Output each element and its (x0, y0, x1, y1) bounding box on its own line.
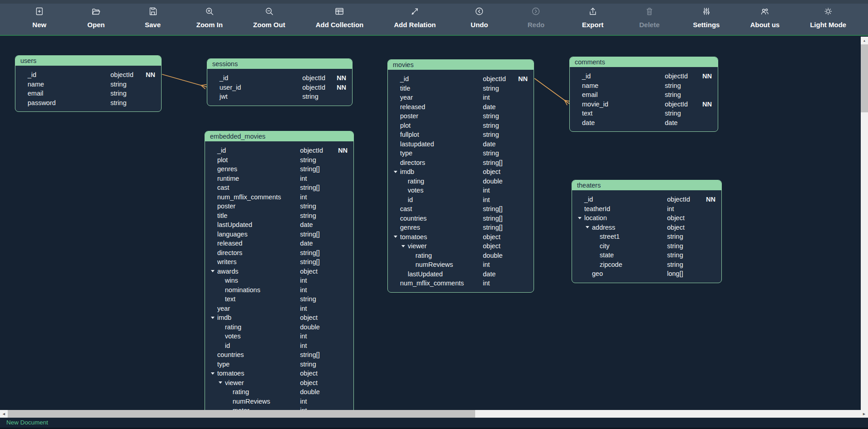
field-row[interactable]: countriesstring[] (205, 350, 353, 360)
horizontal-scrollbar[interactable]: ◀ ▶ (0, 410, 868, 418)
collection-theaters[interactable]: theaters_idobjectIdNNteatherIdintlocatio… (572, 180, 722, 283)
field-row[interactable]: yearint (388, 93, 534, 102)
toolbar-save-button[interactable]: Save (140, 6, 166, 29)
toolbar-export-button[interactable]: Export (580, 6, 606, 29)
collection-header[interactable]: embedded_movies (205, 131, 353, 141)
field-row[interactable]: tomatoesobject (205, 369, 353, 378)
toolbar-add-relation-button[interactable]: Add Relation (394, 6, 436, 29)
field-row[interactable]: jwtstring (207, 92, 352, 101)
field-row[interactable]: emailstring (570, 90, 718, 100)
field-row[interactable]: titlestring (205, 211, 353, 221)
field-row[interactable]: countriesstring[] (388, 214, 534, 223)
field-row[interactable]: genresstring[] (205, 164, 353, 174)
field-row[interactable]: plotstring (388, 121, 534, 130)
field-row[interactable]: citystring (572, 241, 721, 251)
toolbar-zoom-in-button[interactable]: Zoom In (196, 6, 223, 29)
field-row[interactable]: tomatoesobject (388, 232, 534, 242)
collapse-caret-icon[interactable] (394, 236, 397, 238)
field-row[interactable]: viewerobject (205, 378, 353, 388)
field-row[interactable]: typestring (388, 149, 534, 158)
field-row[interactable]: writersstring[] (205, 257, 353, 267)
field-row[interactable]: ratingdouble (388, 251, 534, 260)
field-row[interactable]: plotstring (205, 155, 353, 165)
field-row[interactable]: num_mflix_commentsint (388, 279, 534, 288)
field-row[interactable]: awardsobject (205, 267, 353, 276)
field-row[interactable]: posterstring (388, 111, 534, 121)
collection-header[interactable]: users (15, 56, 161, 66)
field-row[interactable]: _idobjectIdNN (572, 195, 721, 204)
collection-header[interactable]: movies (388, 60, 534, 70)
field-row[interactable]: caststring[] (388, 204, 534, 214)
field-row[interactable]: yearint (205, 304, 353, 313)
field-row[interactable]: zipcodestring (572, 260, 721, 270)
toolbar-add-collection-button[interactable]: Add Collection (315, 6, 363, 29)
field-row[interactable]: passwordstring (15, 98, 161, 108)
field-row[interactable]: num_mflix_commentsint (205, 193, 353, 202)
toolbar-light-mode-button[interactable]: Light Mode (810, 6, 846, 29)
toolbar-zoom-out-button[interactable]: Zoom Out (253, 6, 285, 29)
field-row[interactable]: nominationsint (205, 285, 353, 295)
scroll-left-button[interactable]: ◀ (0, 410, 8, 418)
collection-header[interactable]: sessions (207, 59, 352, 69)
field-row[interactable]: directorsstring[] (205, 248, 353, 258)
field-row[interactable]: caststring[] (205, 183, 353, 193)
field-row[interactable]: fullplotstring (388, 130, 534, 140)
field-row[interactable]: votesint (388, 186, 534, 195)
field-row[interactable]: _idobjectIdNN (205, 146, 353, 155)
collection-sessions[interactable]: sessions_idobjectIdNNuser_idobjectIdNNjw… (207, 58, 353, 106)
collection-header[interactable]: comments (570, 57, 718, 67)
field-row[interactable]: releaseddate (205, 239, 353, 248)
field-row[interactable]: releaseddate (388, 102, 534, 112)
field-row[interactable]: genresstring[] (388, 223, 534, 232)
field-row[interactable]: movie_idobjectIdNN (570, 100, 718, 109)
diagram-canvas[interactable]: users_idobjectIdNNnamestringemailstringp… (0, 0, 868, 410)
field-row[interactable]: viewerobject (388, 241, 534, 251)
vertical-scrollbar[interactable]: ▲ (861, 37, 868, 410)
toolbar-about-us-button[interactable]: About us (750, 6, 780, 29)
collection-comments[interactable]: comments_idobjectIdNNnamestringemailstri… (569, 57, 718, 132)
collapse-caret-icon[interactable] (211, 317, 215, 319)
field-row[interactable]: ratingdouble (205, 387, 353, 397)
field-row[interactable]: idint (388, 195, 534, 205)
collapse-caret-icon[interactable] (219, 381, 222, 384)
field-row[interactable]: datedate (570, 118, 718, 128)
toolbar-open-button[interactable]: Open (83, 6, 109, 29)
field-row[interactable]: directorsstring[] (388, 158, 534, 168)
field-row[interactable]: _idobjectIdNN (388, 74, 534, 84)
toolbar-undo-button[interactable]: Undo (466, 6, 492, 29)
field-row[interactable]: ratingdouble (388, 177, 534, 186)
scroll-up-button[interactable]: ▲ (861, 37, 868, 44)
field-row[interactable]: user_idobjectIdNN (207, 83, 352, 92)
field-row[interactable]: textstring (570, 109, 718, 118)
field-row[interactable]: numReviewsint (388, 260, 534, 270)
collapse-caret-icon[interactable] (578, 217, 582, 219)
field-row[interactable]: typestring (205, 360, 353, 369)
field-row[interactable]: geolong[] (572, 269, 721, 279)
field-row[interactable]: lastupdateddate (388, 140, 534, 149)
field-row[interactable]: _idobjectIdNN (15, 70, 161, 80)
collection-embedded_movies[interactable]: embedded_movies_idobjectIdNNplotstringge… (205, 131, 354, 410)
field-row[interactable]: namestring (15, 80, 161, 89)
field-row[interactable]: posterstring (205, 202, 353, 211)
field-row[interactable]: idint (205, 341, 353, 351)
field-row[interactable]: _idobjectIdNN (570, 72, 718, 81)
collection-movies[interactable]: movies_idobjectIdNNtitlestringyearintrel… (387, 59, 534, 293)
field-row[interactable]: teatherIdint (572, 204, 721, 214)
field-row[interactable]: namestring (570, 81, 718, 91)
field-row[interactable]: _idobjectIdNN (207, 73, 352, 83)
field-row[interactable]: numReviewsint (205, 397, 353, 406)
field-row[interactable]: ratingdouble (205, 323, 353, 332)
field-row[interactable]: street1string (572, 232, 721, 241)
vertical-scroll-thumb[interactable] (861, 44, 868, 112)
collapse-caret-icon[interactable] (394, 171, 397, 173)
field-row[interactable]: textstring (205, 294, 353, 304)
field-row[interactable]: titlestring (388, 84, 534, 93)
field-row[interactable]: runtimeint (205, 174, 353, 183)
field-row[interactable]: emailstring (15, 89, 161, 98)
field-row[interactable]: lastUpdateddate (205, 220, 353, 230)
field-row[interactable]: meterint (205, 406, 353, 410)
field-row[interactable]: locationobject (572, 213, 721, 223)
field-row[interactable]: statestring (572, 251, 721, 260)
collapse-caret-icon[interactable] (211, 270, 215, 272)
scroll-right-button[interactable]: ▶ (860, 410, 868, 418)
